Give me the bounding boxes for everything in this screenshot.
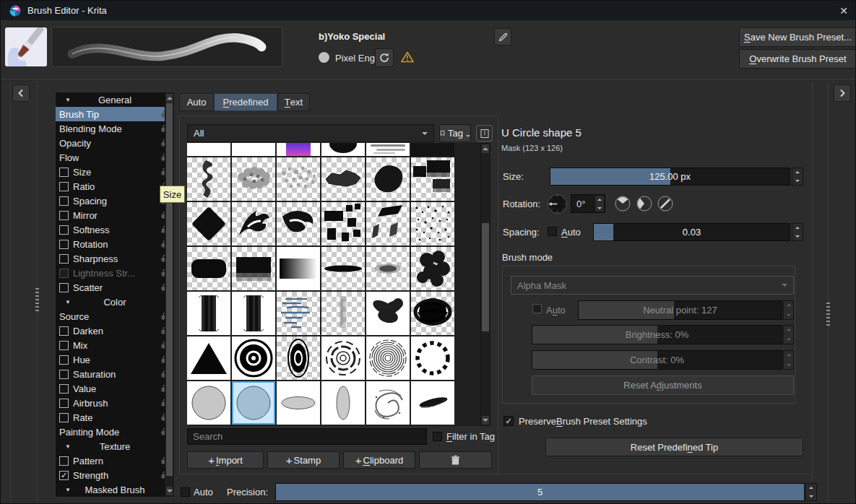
brush-tip-ribbon-smudge[interactable] — [187, 157, 230, 201]
sidebar-section-masked-brush[interactable]: ▼Masked Brush — [56, 482, 174, 497]
brush-tip-texture-column[interactable] — [232, 292, 275, 335]
stamp-button[interactable]: + Stamp — [267, 451, 340, 469]
option-checkbox[interactable] — [59, 225, 69, 235]
sidebar-item-blending-mode[interactable]: Blending Mode — [56, 121, 174, 136]
precision-slider[interactable]: 5 — [275, 483, 805, 501]
search-input[interactable] — [187, 428, 427, 445]
spin-down-icon[interactable] — [792, 177, 803, 186]
brush-tip-gray-circle[interactable] — [187, 381, 230, 425]
sidebar-section-general[interactable]: ▼General — [56, 92, 174, 107]
delete-tip-button[interactable] — [419, 451, 492, 469]
brush-tip-diamond-soft[interactable] — [187, 202, 230, 246]
brush-tip-swirl-feather[interactable] — [277, 202, 320, 246]
brush-tip-thin-rings[interactable] — [321, 336, 365, 380]
brush-tip-blob-bottom[interactable] — [321, 143, 365, 156]
sidebar-item-brush-tip[interactable]: Brush Tip — [56, 107, 174, 121]
neutral-auto-checkbox[interactable] — [532, 304, 542, 313]
neutral-point-slider[interactable]: Neutral point: 127 — [578, 300, 782, 320]
spin-down-icon[interactable] — [784, 310, 793, 320]
sidebar-item-strength[interactable]: ✓Strength — [56, 468, 174, 482]
brush-tip-soft-ellipse[interactable] — [366, 247, 410, 290]
scroll-up-icon[interactable] — [482, 144, 489, 153]
option-checkbox[interactable] — [59, 413, 69, 422]
sidebar-item-size[interactable]: Size — [56, 165, 174, 179]
spin-up-icon[interactable] — [784, 326, 793, 335]
collapse-left-panel-button[interactable] — [12, 84, 30, 102]
brush-tip-dashed-circle[interactable] — [411, 336, 454, 380]
option-checkbox[interactable] — [59, 182, 69, 191]
sidebar-item-hue[interactable]: Hue — [56, 352, 174, 367]
spin-up-icon[interactable] — [792, 168, 803, 177]
options-scrollbar[interactable] — [165, 92, 174, 497]
sidebar-item-brush-tip[interactable]: Brush Tip — [56, 497, 174, 498]
option-checkbox[interactable] — [59, 168, 69, 177]
sidebar-item-painting-mode[interactable]: Painting Mode — [56, 425, 174, 439]
spin-down-icon[interactable] — [806, 492, 816, 501]
size-spinner[interactable] — [792, 168, 803, 186]
option-checkbox[interactable] — [59, 211, 69, 220]
sidebar-section-color[interactable]: ▼Color — [56, 295, 174, 309]
brush-tip-rect-soft-bottom[interactable] — [232, 247, 275, 290]
contrast-slider[interactable]: Contrast: 0% — [532, 350, 782, 370]
brush-tip-gray-ellipse-h[interactable] — [277, 381, 320, 425]
tag-filter-combobox[interactable]: All — [187, 124, 434, 142]
option-checkbox[interactable] — [59, 240, 69, 249]
sidebar-item-rate[interactable]: Rate — [56, 410, 174, 425]
close-icon[interactable]: ✕ — [839, 5, 848, 17]
brush-mode-combobox[interactable]: Alpha Mask — [511, 276, 794, 295]
option-checkbox[interactable] — [59, 370, 69, 379]
brush-tip-fine-rings[interactable] — [366, 336, 410, 380]
scroll-down-icon[interactable] — [166, 487, 173, 495]
sidebar-item-scatter[interactable]: Scatter — [56, 280, 174, 295]
spacing-slider[interactable]: 0.03 — [593, 223, 790, 241]
precision-auto-checkbox[interactable] — [181, 487, 190, 497]
sidebar-item-mirror[interactable]: Mirror — [56, 208, 174, 222]
brush-tip-x-blob[interactable] — [366, 292, 410, 335]
option-checkbox[interactable] — [59, 384, 69, 394]
neutral-spinner[interactable] — [783, 300, 794, 320]
brush-tip-gradient-rects[interactable] — [411, 157, 454, 201]
rotation-dial[interactable] — [547, 194, 568, 217]
brush-tip-swirl-leaf[interactable] — [232, 202, 275, 246]
display-settings-button[interactable] — [476, 125, 493, 142]
option-checkbox[interactable] — [59, 326, 69, 336]
sidebar-item-pattern[interactable]: Pattern — [56, 453, 174, 468]
spin-down-icon[interactable] — [792, 233, 803, 241]
dial-top-icon[interactable] — [614, 195, 631, 214]
option-checkbox[interactable] — [59, 341, 69, 350]
reload-engine-button[interactable] — [375, 48, 394, 67]
sidebar-item-opacity[interactable]: Opacity — [56, 136, 174, 150]
reset-adjustments-button[interactable]: Reset Adjustments — [532, 375, 794, 395]
brush-tip-blue-circle-selected[interactable] — [232, 381, 275, 425]
option-checkbox[interactable] — [59, 355, 69, 365]
save-new-preset-button[interactable]: Save New Brush Preset... — [739, 27, 856, 47]
filter-in-tag-checkbox[interactable] — [433, 432, 442, 441]
collapse-arrow-icon[interactable]: ▼ — [65, 487, 71, 493]
option-checkbox[interactable]: ✓ — [59, 471, 69, 480]
options-scrollbar-thumb[interactable] — [166, 103, 173, 476]
brush-tip-speckles[interactable] — [411, 202, 454, 246]
sidebar-item-sharpness[interactable]: Sharpness — [56, 251, 174, 266]
option-checkbox[interactable] — [59, 283, 69, 292]
option-checkbox[interactable] — [59, 269, 69, 278]
rotation-spinner[interactable] — [595, 195, 605, 212]
brush-tip-scribble-ball[interactable] — [411, 292, 454, 335]
sidebar-item-darken[interactable]: Darken — [56, 323, 174, 338]
rename-preset-button[interactable] — [494, 28, 511, 45]
right-splitter-grip[interactable] — [826, 303, 830, 327]
brush-tip-ink-blob[interactable] — [366, 157, 410, 201]
sidebar-item-spacing[interactable]: Spacing — [56, 194, 174, 208]
brush-tip-parallelograms[interactable] — [366, 202, 410, 246]
brush-tip-square-scatter[interactable] — [321, 202, 365, 246]
grid-scrollbar[interactable] — [480, 143, 490, 426]
brush-tip-purple-gradient[interactable] — [277, 143, 320, 156]
brush-tip-ellipse-rings[interactable] — [277, 336, 320, 380]
tab-text[interactable]: Text — [277, 93, 310, 111]
brush-tip-gradient-bar[interactable] — [277, 247, 320, 290]
brush-tip-thin-ellipse[interactable] — [321, 247, 365, 290]
brush-tip-texture-column[interactable] — [187, 292, 230, 335]
sidebar-item-saturation[interactable]: Saturation — [56, 367, 174, 381]
preserve-settings-checkbox[interactable]: ✓ — [503, 416, 514, 426]
spin-up-icon[interactable] — [784, 301, 793, 310]
brush-tip-rock[interactable] — [321, 157, 365, 201]
